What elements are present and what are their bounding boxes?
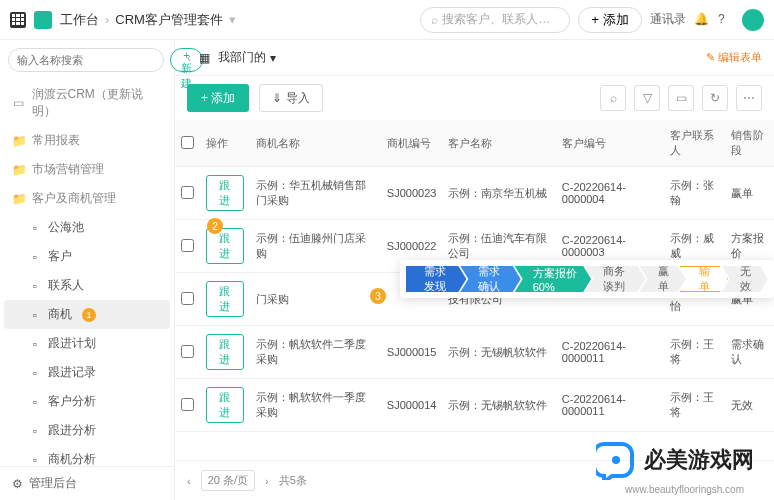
stage-step[interactable]: 需求确认 — [460, 266, 520, 292]
row-checkbox[interactable] — [181, 345, 194, 358]
folder-icon: 📁 — [12, 134, 26, 148]
item-icon: ▫ — [28, 308, 42, 322]
item-icon: ▫ — [28, 337, 42, 351]
sidebar-item[interactable]: ▫商机1 — [4, 300, 170, 329]
breadcrumb-workspace[interactable]: 工作台 — [60, 11, 99, 29]
search-icon[interactable]: ⌕ — [600, 85, 626, 111]
folder-icon: 📁 — [12, 192, 26, 206]
dept-selector[interactable]: 我部门的 ▾ — [218, 49, 276, 66]
item-icon: ▫ — [28, 424, 42, 438]
stage-step[interactable]: 赢单 — [640, 266, 686, 292]
chevron-down-icon: ▾ — [270, 51, 276, 65]
total-count: 共5条 — [279, 473, 307, 488]
gear-icon: ⚙ — [12, 477, 23, 491]
item-icon: ▫ — [28, 453, 42, 467]
apps-icon[interactable] — [10, 12, 26, 28]
sidebar-item[interactable]: ▫客户 — [0, 242, 174, 271]
sidebar-item[interactable]: ▫跟进分析 — [0, 416, 174, 445]
more-icon[interactable]: ⋯ — [736, 85, 762, 111]
item-icon: ▫ — [28, 395, 42, 409]
contacts-link[interactable]: 通讯录 — [650, 11, 686, 28]
item-icon: ▫ — [28, 279, 42, 293]
item-icon: ▫ — [28, 221, 42, 235]
add-button[interactable]: + 添加 — [578, 7, 642, 33]
table-row: 跟进 示例：帆软软件一季度采购SJ000014 示例：无锡帆软软件C-20220… — [175, 379, 774, 432]
select-all-checkbox[interactable] — [181, 136, 194, 149]
search-icon: ⌕ — [431, 13, 438, 27]
item-icon: ▫ — [28, 250, 42, 264]
stage-step[interactable]: 商务谈判 — [585, 266, 645, 292]
row-checkbox[interactable] — [181, 239, 194, 252]
stage-step[interactable]: 需求发现 — [406, 266, 466, 292]
chevron-down-icon[interactable]: ▾ — [229, 12, 236, 27]
column-header[interactable]: 销售阶段 — [725, 120, 775, 167]
folder-icon: 📁 — [12, 163, 26, 177]
content: ‹ ▦ 我部门的 ▾ ✎ 编辑表单 + 添加 ⇓ 导入 ⌕ ▽ ▭ ↻ ⋯ 操作… — [175, 40, 774, 500]
svg-point-0 — [612, 456, 620, 464]
sidebar-item[interactable]: 📁客户及商机管理 — [0, 184, 174, 213]
search-input[interactable]: ⌕ 搜索客户、联系人… — [420, 7, 570, 33]
sidebar-item[interactable]: ▫联系人 — [0, 271, 174, 300]
logo — [34, 11, 52, 29]
sidebar-item[interactable]: ▫公海池 — [0, 213, 174, 242]
item-icon: ▫ — [28, 366, 42, 380]
column-header[interactable]: 操作 — [200, 120, 250, 167]
watermark: 必美游戏网 — [596, 440, 754, 480]
collapse-icon[interactable]: ‹ — [187, 51, 191, 65]
badge: 1 — [82, 308, 96, 322]
sidebar-item[interactable]: ▫客户分析 — [0, 387, 174, 416]
sec-icon: ▭ — [12, 96, 26, 110]
table-row: 跟进 示例：华五机械销售部门采购SJ000023 示例：南京华五机械C-2022… — [175, 167, 774, 220]
bell-icon[interactable]: 🔔 — [694, 12, 710, 28]
import-button[interactable]: ⇓ 导入 — [259, 84, 322, 112]
admin-link[interactable]: ⚙ 管理后台 — [0, 466, 174, 500]
row-checkbox[interactable] — [181, 186, 194, 199]
follow-button[interactable]: 跟进 — [206, 175, 244, 211]
stage-step[interactable]: 输单 — [680, 266, 728, 292]
follow-button[interactable]: 跟进 — [206, 281, 244, 317]
help-icon[interactable]: ? — [718, 12, 734, 28]
sidebar-item[interactable]: ▫跟进计划 — [0, 329, 174, 358]
column-header[interactable]: 商机名称 — [250, 120, 381, 167]
next-page[interactable]: › — [265, 475, 269, 487]
sidebar-item[interactable]: ▭润渡云CRM（更新说明） — [0, 80, 174, 126]
breadcrumb: 工作台 › CRM客户管理套件 ▾ — [60, 11, 236, 29]
column-header[interactable]: 客户联系人 — [664, 120, 724, 167]
column-header[interactable]: 客户名称 — [442, 120, 555, 167]
topbar: 工作台 › CRM客户管理套件 ▾ ⌕ 搜索客户、联系人… + 添加 通讯录 🔔… — [0, 0, 774, 40]
stage-popup: 需求发现需求确认方案报价 60%商务谈判赢单输单无效 — [400, 260, 774, 298]
annotation-badge-2: 2 — [207, 218, 223, 234]
refresh-icon[interactable]: ↻ — [702, 85, 728, 111]
add-record-button[interactable]: + 添加 — [187, 84, 249, 112]
sidebar-item[interactable]: ▫商机分析 — [0, 445, 174, 466]
edit-form-link[interactable]: ✎ 编辑表单 — [706, 50, 762, 65]
prev-page[interactable]: ‹ — [187, 475, 191, 487]
follow-button[interactable]: 跟进 — [206, 387, 244, 423]
table-row: 跟进 示例：帆软软件二季度采购SJ000015 示例：无锡帆软软件C-20220… — [175, 326, 774, 379]
filter-icon[interactable]: ▽ — [634, 85, 660, 111]
annotation-badge-3: 3 — [370, 288, 386, 304]
follow-button[interactable]: 跟进 — [206, 334, 244, 370]
row-checkbox[interactable] — [181, 398, 194, 411]
stage-step[interactable]: 无效 — [722, 266, 768, 292]
sidebar-item[interactable]: 📁常用报表 — [0, 126, 174, 155]
sidebar-item[interactable]: ▫跟进记录 — [0, 358, 174, 387]
column-header[interactable]: 商机编号 — [381, 120, 443, 167]
sidebar-item[interactable]: 📁市场营销管理 — [0, 155, 174, 184]
watermark-url: www.beautyflooringsh.com — [625, 484, 744, 495]
watermark-logo-icon — [596, 440, 636, 480]
row-checkbox[interactable] — [181, 292, 194, 305]
card-icon[interactable]: ▭ — [668, 85, 694, 111]
page-size-select[interactable]: 20 条/页 — [201, 470, 255, 491]
breadcrumb-suite[interactable]: CRM客户管理套件 — [115, 11, 223, 29]
stage-step[interactable]: 方案报价 60% — [515, 266, 591, 292]
sidebar-search-input[interactable] — [8, 48, 164, 72]
sidebar: + 新建 ▭润渡云CRM（更新说明）📁常用报表📁市场营销管理📁客户及商机管理▫公… — [0, 40, 175, 500]
avatar[interactable] — [742, 9, 764, 31]
chevron-right-icon: › — [105, 12, 109, 27]
grid-icon: ▦ — [199, 51, 210, 65]
column-header[interactable]: 客户编号 — [556, 120, 664, 167]
